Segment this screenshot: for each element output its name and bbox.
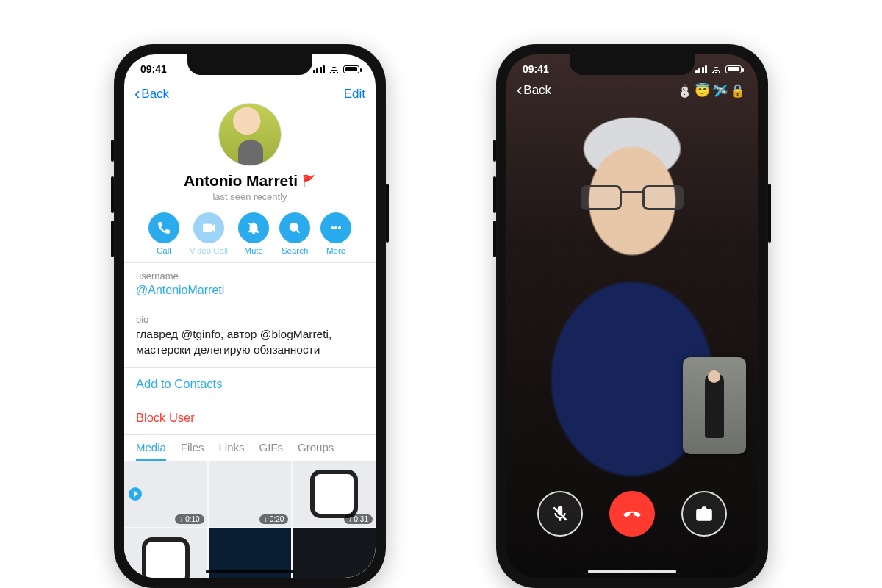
- tab-links[interactable]: Links: [219, 441, 245, 461]
- username-label: username: [136, 270, 364, 282]
- status-time: 09:41: [523, 63, 549, 75]
- media-tabs: Media Files Links GIFs Groups: [124, 434, 376, 461]
- hangup-icon: [623, 504, 642, 523]
- bio-section: bio главред @tginfo, автор @blogMarreti,…: [124, 306, 376, 367]
- chevron-left-icon: ‹: [517, 82, 522, 98]
- username-section: username @AntonioMarreti: [124, 262, 376, 306]
- svg-line-2: [297, 230, 300, 233]
- call-button[interactable]: Call: [148, 212, 179, 255]
- video-call-button[interactable]: Video Call: [190, 212, 228, 255]
- home-indicator[interactable]: [588, 570, 676, 573]
- media-thumb[interactable]: [293, 528, 376, 578]
- mic-off-icon: [551, 504, 570, 523]
- edit-button[interactable]: Edit: [344, 87, 365, 101]
- bell-off-icon: [238, 212, 269, 243]
- media-duration: ↓ 0:10: [175, 514, 204, 524]
- bio-label: bio: [136, 314, 364, 325]
- flip-camera-button[interactable]: [681, 491, 727, 537]
- media-thumb[interactable]: ↓ 0:20: [209, 461, 292, 527]
- tab-files[interactable]: Files: [181, 441, 204, 461]
- wifi-icon: [711, 65, 722, 74]
- media-thumb[interactable]: ↓ 0:10: [124, 461, 207, 527]
- play-icon: [129, 487, 142, 501]
- block-user-button[interactable]: Block User: [124, 401, 376, 434]
- back-button[interactable]: ‹ Back: [135, 86, 169, 102]
- more-button[interactable]: More: [320, 212, 351, 255]
- video-icon: [193, 212, 224, 243]
- tab-groups[interactable]: Groups: [298, 441, 334, 461]
- svg-point-4: [334, 226, 337, 229]
- media-duration: ↓ 0:20: [259, 514, 288, 524]
- media-thumb[interactable]: [124, 528, 207, 578]
- media-grid: ↓ 0:10 ↓ 0:20 ↓ 0:31: [124, 461, 376, 578]
- svg-point-5: [338, 226, 340, 229]
- encryption-emoji: ⛄😇🛩️🔒: [677, 83, 747, 98]
- cell-signal-icon: [313, 65, 326, 74]
- name-emoji: 🚩: [302, 174, 316, 187]
- cell-signal-icon: [695, 65, 708, 74]
- search-button[interactable]: Search: [279, 212, 310, 255]
- flip-camera-icon: [695, 504, 714, 523]
- notch: [570, 54, 695, 75]
- battery-icon: [343, 65, 359, 74]
- wifi-icon: [329, 65, 340, 74]
- back-label: Back: [523, 83, 551, 98]
- media-duration: ↓ 0:31: [344, 514, 373, 524]
- self-video-pip[interactable]: [683, 357, 746, 454]
- svg-point-3: [331, 226, 333, 229]
- tab-gifs[interactable]: GIFs: [259, 441, 284, 461]
- mute-button[interactable]: Mute: [238, 212, 269, 255]
- end-call-button[interactable]: [609, 491, 655, 537]
- back-button[interactable]: ‹ Back: [517, 82, 551, 98]
- home-indicator[interactable]: [206, 570, 294, 573]
- media-thumb[interactable]: ↓ 0:31: [293, 461, 376, 527]
- phone-videocall: 09:41 ‹ Back ⛄😇🛩️🔒: [496, 44, 768, 588]
- last-seen: last seen recently: [212, 191, 287, 202]
- chevron-left-icon: ‹: [135, 86, 140, 102]
- contact-name: Antonio Marreti 🚩: [184, 172, 316, 190]
- add-to-contacts-button[interactable]: Add to Contacts: [124, 367, 376, 401]
- svg-point-1: [290, 223, 298, 231]
- mute-mic-button[interactable]: [537, 491, 583, 537]
- call-controls: [506, 491, 758, 537]
- status-time: 09:41: [140, 63, 167, 75]
- notch: [187, 54, 312, 75]
- action-row: Call Video Call Mute: [124, 212, 376, 255]
- phone-icon: [148, 212, 179, 243]
- glasses-graphic: [581, 185, 684, 212]
- tab-media[interactable]: Media: [136, 441, 166, 461]
- battery-icon: [725, 65, 742, 74]
- back-label: Back: [141, 87, 169, 101]
- more-icon: [320, 212, 351, 243]
- avatar[interactable]: [218, 103, 282, 166]
- phone-profile: 09:41 ‹ Back Edit Antonio Marreti �: [114, 44, 386, 588]
- bio-text: главред @tginfo, автор @blogMarreti, мас…: [136, 327, 364, 358]
- search-icon: [279, 212, 310, 243]
- username-link[interactable]: @AntonioMarreti: [136, 284, 364, 297]
